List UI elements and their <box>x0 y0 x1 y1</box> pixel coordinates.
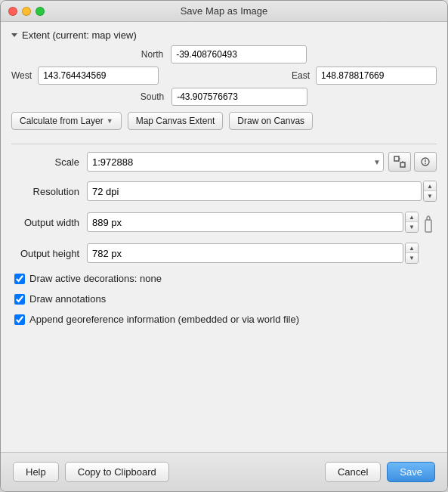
scale-label: Scale <box>11 156 87 168</box>
scale-map-button[interactable] <box>388 152 411 172</box>
west-east-row: West East <box>11 67 437 85</box>
lock-icon-container <box>420 211 437 234</box>
scale-input-container: ▼ <box>87 152 437 172</box>
south-label: South <box>141 91 167 102</box>
output-width-label: Output width <box>11 217 87 228</box>
draw-decorations-row: Draw active decorations: none <box>14 273 437 284</box>
output-height-row: Output height ▲ ▼ <box>11 243 437 264</box>
scale-input[interactable] <box>87 152 384 172</box>
west-input[interactable] <box>38 67 159 85</box>
help-button[interactable]: Help <box>13 462 59 482</box>
traffic-lights <box>8 7 45 16</box>
content-area: Extent (current: map view) North West Ea… <box>1 22 447 452</box>
north-label: North <box>141 49 166 60</box>
draw-on-canvas-button[interactable]: Draw on Canvas <box>229 112 313 130</box>
output-width-input[interactable] <box>87 212 403 232</box>
lock-icon <box>422 211 434 234</box>
dropdown-arrow-icon: ▼ <box>107 117 113 125</box>
copy-to-clipboard-button[interactable]: Copy to Clipboard <box>65 462 169 482</box>
resolution-spinner: ▲ ▼ <box>423 181 437 202</box>
window-title: Save Map as Image <box>181 5 268 17</box>
output-height-container: ▲ ▼ <box>87 243 437 264</box>
north-input[interactable] <box>171 45 307 63</box>
scale-row: Scale ▼ <box>11 152 437 172</box>
output-width-row: Output width ▲ ▼ <box>11 211 437 234</box>
width-down-button[interactable]: ▼ <box>406 222 418 232</box>
draw-decorations-checkbox[interactable] <box>14 274 25 284</box>
append-georef-row: Append georeference information (embedde… <box>14 314 437 325</box>
north-row: North <box>11 45 437 63</box>
resolution-down-button[interactable]: ▼ <box>424 191 436 201</box>
south-row: South <box>11 88 437 106</box>
resolution-input[interactable] <box>87 181 422 201</box>
footer-left: Help Copy to Clipboard <box>13 462 169 482</box>
titlebar: Save Map as Image <box>1 1 447 22</box>
svg-rect-7 <box>425 220 431 232</box>
extent-label: Extent (current: map view) <box>22 29 137 41</box>
options-icon <box>420 156 431 167</box>
output-width-container: ▲ ▼ <box>87 211 437 234</box>
resolution-input-container: ▲ ▼ <box>87 181 437 202</box>
width-up-button[interactable]: ▲ <box>406 212 418 222</box>
minimize-button[interactable] <box>22 7 31 16</box>
scale-icon <box>394 156 406 168</box>
output-height-spinner: ▲ ▼ <box>405 243 419 264</box>
output-height-label: Output height <box>11 248 87 259</box>
south-input[interactable] <box>171 88 307 106</box>
svg-point-6 <box>425 163 426 165</box>
west-label: West <box>11 70 35 81</box>
footer: Help Copy to Clipboard Cancel Save <box>1 452 447 491</box>
east-input[interactable] <box>316 67 437 85</box>
draw-decorations-label: Draw active decorations: none <box>29 273 162 284</box>
extent-header: Extent (current: map view) <box>11 29 437 41</box>
resolution-label: Resolution <box>11 186 87 197</box>
append-georef-label: Append georeference information (embedde… <box>29 314 299 325</box>
draw-annotations-label: Draw annotations <box>29 293 106 305</box>
east-group: East <box>292 67 437 85</box>
extent-section: Extent (current: map view) North West Ea… <box>11 29 437 136</box>
draw-annotations-checkbox[interactable] <box>14 294 25 305</box>
resolution-up-button[interactable]: ▲ <box>424 181 436 191</box>
output-height-input[interactable] <box>87 243 403 263</box>
footer-right: Cancel Save <box>325 462 435 482</box>
west-group: West <box>11 67 159 85</box>
close-button[interactable] <box>8 7 17 16</box>
resolution-row: Resolution ▲ ▼ <box>11 181 437 202</box>
height-down-button[interactable]: ▼ <box>406 253 418 263</box>
map-canvas-extent-button[interactable]: Map Canvas Extent <box>128 112 224 130</box>
calculate-from-layer-button[interactable]: Calculate from Layer ▼ <box>11 112 122 130</box>
scale-select-wrapper: ▼ <box>87 152 384 172</box>
scale-options-button[interactable] <box>414 152 437 172</box>
output-width-spinner: ▲ ▼ <box>405 212 419 233</box>
main-window: Save Map as Image Extent (current: map v… <box>0 0 448 492</box>
save-button[interactable]: Save <box>387 462 435 482</box>
divider-1 <box>11 144 437 144</box>
extent-buttons-row: Calculate from Layer ▼ Map Canvas Extent… <box>11 112 437 130</box>
collapse-icon[interactable] <box>11 33 17 37</box>
cancel-button[interactable]: Cancel <box>325 462 381 482</box>
maximize-button[interactable] <box>36 7 45 16</box>
spacer <box>11 334 437 444</box>
draw-annotations-row: Draw annotations <box>14 293 437 305</box>
east-label: East <box>292 70 313 81</box>
append-georef-checkbox[interactable] <box>14 314 25 325</box>
svg-rect-1 <box>400 162 405 167</box>
height-up-button[interactable]: ▲ <box>406 243 418 253</box>
svg-rect-0 <box>394 156 399 161</box>
